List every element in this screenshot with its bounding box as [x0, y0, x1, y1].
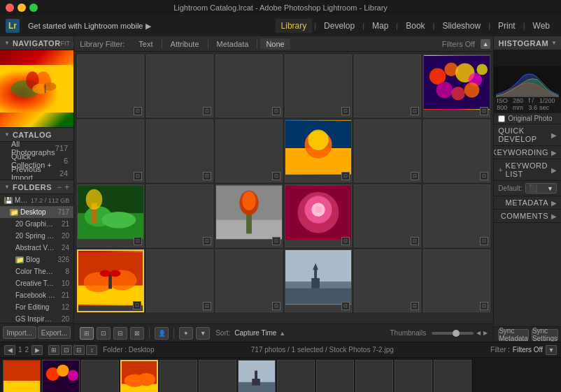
- comments-panel[interactable]: Comments ▶: [494, 210, 561, 223]
- film-thumb-2[interactable]: [42, 360, 80, 393]
- thumb-badge[interactable]: ⊡: [134, 107, 142, 115]
- thumb-badge[interactable]: ⊡: [341, 172, 350, 180]
- thumb-1-1[interactable]: ⊡: [77, 55, 144, 117]
- folder-facebook[interactable]: Facebook Specs 21: [0, 289, 73, 301]
- prev-page-btn[interactable]: ◀: [4, 345, 15, 355]
- original-photo-checkbox[interactable]: [498, 115, 505, 122]
- metadata-dropdown[interactable]: ⬛ ▼: [525, 183, 557, 194]
- close-button[interactable]: [6, 3, 14, 12]
- nav-book[interactable]: Book: [400, 19, 430, 33]
- film-thumb-7[interactable]: [238, 360, 276, 393]
- thumb-1-3[interactable]: ⊡: [215, 55, 283, 117]
- thumb-badge[interactable]: ⊡: [203, 302, 211, 310]
- people-btn[interactable]: 👤: [155, 327, 169, 340]
- sort-footer[interactable]: ↕: [86, 345, 97, 355]
- thumb-3-3[interactable]: ⊡: [215, 184, 283, 247]
- thumb-badge[interactable]: ⊡: [480, 172, 488, 180]
- loupe-view-footer[interactable]: ⊡: [61, 345, 72, 355]
- thumb-2-5[interactable]: ⊡: [354, 119, 421, 182]
- sync-settings-btn[interactable]: Sync Settings: [532, 329, 558, 340]
- folder-desktop[interactable]: 📁 Desktop 717: [0, 206, 73, 218]
- folder-creative-tech[interactable]: Creative Tech 10: [0, 277, 73, 289]
- thumb-4-2[interactable]: ⊡: [146, 249, 213, 312]
- keywording-panel[interactable]: Keywording ▶: [494, 146, 561, 159]
- sort-value[interactable]: Capture Time: [234, 329, 276, 337]
- thumb-badge[interactable]: ⊡: [203, 237, 211, 245]
- film-thumb-8[interactable]: [277, 360, 315, 393]
- filter-metadata-btn[interactable]: Metadata: [211, 38, 255, 50]
- thumb-badge[interactable]: ⊡: [133, 301, 141, 310]
- thumb-2-1[interactable]: ⊡: [77, 119, 144, 182]
- film-thumb-10[interactable]: [355, 360, 393, 393]
- thumb-3-5[interactable]: ⊡: [354, 184, 421, 247]
- nav-develop[interactable]: Develop: [318, 19, 360, 33]
- sync-metadata-btn[interactable]: Sync Metadata: [498, 329, 529, 340]
- thumb-badge[interactable]: ⊡: [411, 107, 419, 115]
- compare-view-btn[interactable]: ⊟: [113, 327, 127, 340]
- thumb-1-4[interactable]: ⊡: [285, 55, 352, 117]
- page-1[interactable]: 1: [18, 346, 22, 354]
- thumb-badge[interactable]: ⊡: [203, 107, 211, 115]
- folder-for-editing[interactable]: For Editing 12: [0, 301, 73, 313]
- thumb-badge[interactable]: ⊡: [341, 302, 350, 310]
- folder-abstract[interactable]: Abstract Vectors 24: [0, 242, 73, 254]
- next-page-btn[interactable]: ▶: [31, 345, 43, 355]
- thumb-1-6[interactable]: ⊡: [423, 55, 490, 117]
- thumb-1-2[interactable]: ⊡: [146, 55, 213, 117]
- nav-library[interactable]: Library: [276, 19, 313, 33]
- thumb-4-6[interactable]: ⊡: [423, 249, 490, 312]
- metadata-panel[interactable]: Metadata ▶: [494, 196, 561, 210]
- thumb-badge[interactable]: ⊡: [480, 302, 488, 310]
- folder-20-graphics[interactable]: 20 Graphics For... 21: [0, 218, 73, 230]
- thumb-2-2[interactable]: ⊡: [146, 119, 213, 182]
- thumb-size-down[interactable]: ◀: [476, 330, 481, 336]
- thumb-badge[interactable]: ⊡: [272, 237, 280, 245]
- film-thumb-6[interactable]: [199, 360, 236, 393]
- thumbnail-slider[interactable]: [432, 332, 474, 335]
- folder-blog[interactable]: 📁 Blog 326: [0, 254, 73, 266]
- film-thumb-1[interactable]: [3, 360, 41, 393]
- survey-view-btn[interactable]: ⊠: [130, 327, 144, 340]
- thumb-size-up[interactable]: ▶: [483, 330, 488, 336]
- folder-minus[interactable]: −: [57, 182, 62, 192]
- thumb-badge[interactable]: ⊡: [480, 107, 488, 115]
- page-2[interactable]: 2: [25, 346, 29, 354]
- thumb-badge[interactable]: ⊡: [341, 237, 350, 245]
- film-thumb-3[interactable]: [81, 360, 119, 393]
- thumb-2-3[interactable]: ⊡: [215, 119, 283, 182]
- thumb-badge[interactable]: ⊡: [341, 107, 350, 115]
- thumb-badge[interactable]: ⊡: [272, 302, 280, 310]
- maximize-button[interactable]: [29, 3, 38, 12]
- thumb-1-5[interactable]: ⊡: [354, 55, 421, 117]
- thumb-badge[interactable]: ⊡: [480, 237, 488, 245]
- get-started-text[interactable]: Get started with Lightroom mobile ▶: [28, 22, 270, 31]
- thumb-2-4[interactable]: ⊡: [285, 119, 352, 182]
- keyword-list-panel[interactable]: + Keyword List ▶: [494, 159, 561, 181]
- thumb-4-4[interactable]: ⊡: [285, 249, 352, 312]
- filter-btn[interactable]: ▼: [196, 327, 210, 340]
- thumb-4-5[interactable]: ⊡: [354, 249, 421, 312]
- thumb-badge[interactable]: ⊡: [134, 172, 142, 180]
- sort-arrow[interactable]: ▲: [279, 330, 285, 337]
- thumb-3-2[interactable]: ⊡: [146, 184, 213, 247]
- thumb-badge[interactable]: ⊡: [203, 172, 211, 180]
- film-thumb-12[interactable]: [434, 360, 471, 393]
- filter-attribute-btn[interactable]: Attribute: [165, 38, 205, 50]
- export-button[interactable]: Export...: [38, 326, 71, 339]
- nav-slideshow[interactable]: Slideshow: [436, 19, 486, 33]
- quick-develop-panel[interactable]: Quick Develop ▶: [494, 124, 561, 146]
- folder-spring-flowers[interactable]: 20 Spring Flowers 20: [0, 230, 73, 242]
- thumb-2-6[interactable]: ⊡: [423, 119, 490, 182]
- thumb-badge[interactable]: ⊡: [134, 237, 142, 245]
- thumb-badge[interactable]: ⊡: [272, 172, 280, 180]
- nav-web[interactable]: Web: [527, 19, 555, 33]
- nav-print[interactable]: Print: [492, 19, 521, 33]
- folder-gs-inspiration[interactable]: GS Inspiration... 20: [0, 313, 73, 323]
- thumb-badge[interactable]: ⊡: [411, 302, 419, 310]
- fit-option-fit[interactable]: FIT: [61, 40, 71, 47]
- filter-none[interactable]: None: [260, 38, 290, 50]
- folders-header[interactable]: ▼ Folders − +: [0, 180, 73, 194]
- thumb-4-1[interactable]: ⊡: [77, 249, 144, 312]
- thumb-3-1[interactable]: ⊡: [77, 184, 144, 247]
- thumb-3-4[interactable]: ⊡: [285, 184, 352, 247]
